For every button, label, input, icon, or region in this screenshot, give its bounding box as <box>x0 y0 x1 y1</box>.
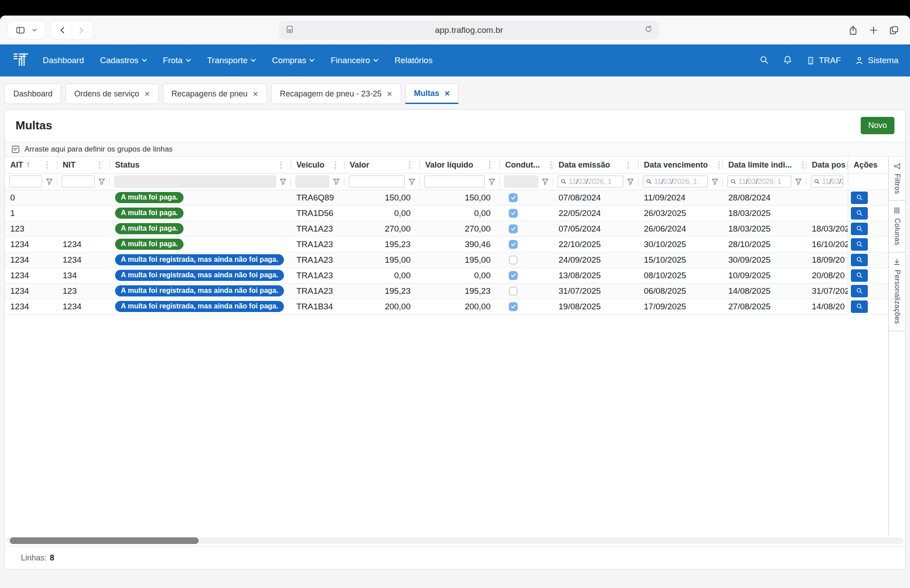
close-icon[interactable]: × <box>387 89 392 98</box>
reader-icon[interactable] <box>285 25 294 36</box>
checkbox-checked[interactable] <box>509 193 518 202</box>
column-header-datapos[interactable]: Data pos <box>806 157 848 173</box>
rail-tab-colunas[interactable]: Colunas <box>889 201 905 252</box>
view-row-button[interactable] <box>851 300 868 313</box>
column-header-datalimiteindi[interactable]: Data limite indi...⋮ <box>723 157 806 173</box>
nav-item-financeiro[interactable]: Financeiro <box>331 56 379 65</box>
column-menu-icon[interactable]: ⋮ <box>331 161 340 169</box>
tabs-overview-icon[interactable] <box>886 25 902 35</box>
rail-tab-personalizaes[interactable]: Personalizações <box>889 252 905 331</box>
column-header-nit[interactable]: NIT⋮ <box>57 157 110 173</box>
sidebar-toggle-icon[interactable] <box>12 25 28 35</box>
column-header-datavencimento[interactable]: Data vencimento⋮ <box>639 157 723 173</box>
column-menu-icon[interactable]: ⋮ <box>95 161 104 169</box>
column-header-dataemisso[interactable]: Data emissão⋮ <box>553 157 639 173</box>
column-menu-icon[interactable]: ⋮ <box>798 161 806 169</box>
table-row[interactable]: 1234134A multa foi registrada, mas ainda… <box>5 268 888 284</box>
close-icon[interactable]: × <box>253 89 258 98</box>
nav-item-relatrios[interactable]: Relatórios <box>395 56 433 65</box>
column-menu-icon[interactable]: ⋮ <box>485 161 495 169</box>
column-menu-icon[interactable]: ⋮ <box>714 161 723 169</box>
table-row[interactable]: 1A multa foi paga.TRA1D560,000,0022/05/2… <box>5 206 888 221</box>
column-menu-icon[interactable]: ⋮ <box>405 161 415 169</box>
workspace-tab[interactable]: Dashboard <box>4 84 61 104</box>
column-header-valor[interactable]: Valor⋮ <box>344 157 420 173</box>
filter-date-datavencimento[interactable]: 11/03/2026, 1 <box>643 176 708 188</box>
nav-item-compras[interactable]: Compras <box>272 56 315 65</box>
filter-date-datapos[interactable]: 11/03/2026, 1 <box>811 176 843 188</box>
column-header-veculo[interactable]: Veículo⋮ <box>291 157 344 173</box>
filter-funnel-icon[interactable] <box>711 178 718 185</box>
column-menu-icon[interactable]: ⋮ <box>623 161 633 169</box>
close-icon[interactable]: × <box>144 89 150 98</box>
filter-date-dataemisso[interactable]: 11/03/2026, 1 <box>558 176 623 188</box>
column-header-valorlquido[interactable]: Valor líquido⋮ <box>420 157 500 173</box>
view-row-button[interactable] <box>851 223 868 235</box>
table-row[interactable]: 12341234A multa foi registrada, mas aind… <box>5 299 888 315</box>
view-row-button[interactable] <box>851 207 868 220</box>
checkbox-unchecked[interactable] <box>509 287 518 296</box>
column-menu-icon[interactable]: ⋮ <box>546 161 553 169</box>
checkbox-checked[interactable] <box>509 302 518 311</box>
table-row[interactable]: 12341234A multa foi paga.TRA1A23195,2339… <box>5 237 888 252</box>
user-menu[interactable]: Sistema <box>855 56 898 65</box>
filter-input-nit[interactable] <box>62 176 95 188</box>
scrollbar-thumb[interactable] <box>10 537 199 544</box>
checkbox-checked[interactable] <box>509 209 518 218</box>
filter-input-valorlquido[interactable] <box>424 176 485 188</box>
column-header-condut[interactable]: Condut...⋮ <box>500 157 553 173</box>
checkbox-unchecked[interactable] <box>509 256 518 264</box>
group-by-bar[interactable]: Arraste aqui para definir os grupos de l… <box>5 142 905 157</box>
table-row[interactable]: 123A multa foi paga.TRA1A23270,00270,000… <box>5 221 888 237</box>
bell-icon[interactable] <box>783 55 792 66</box>
nav-item-transporte[interactable]: Transporte <box>207 56 256 65</box>
workspace-tab[interactable]: Multas× <box>405 84 459 104</box>
workspace-tab[interactable]: Recapagens de pneu× <box>163 84 267 104</box>
novo-button[interactable]: Novo <box>861 117 894 134</box>
reload-icon[interactable] <box>644 25 653 35</box>
nav-item-frota[interactable]: Frota <box>163 56 191 65</box>
new-tab-icon[interactable] <box>866 25 882 35</box>
table-row[interactable]: 0A multa foi paga.TRA6Q89150,00150,0007/… <box>5 190 888 206</box>
workspace-tab[interactable]: Ordens de serviço× <box>65 84 159 104</box>
table-row[interactable]: 1234123A multa foi registrada, mas ainda… <box>5 284 888 299</box>
traflog-logo[interactable] <box>12 50 30 71</box>
nav-item-dashboard[interactable]: Dashboard <box>43 56 84 65</box>
column-header-ait[interactable]: AIT↑⋮ <box>5 157 57 173</box>
view-row-button[interactable] <box>851 285 868 297</box>
checkbox-checked[interactable] <box>509 271 518 280</box>
view-row-button[interactable] <box>851 192 868 204</box>
column-header-status[interactable]: Status⋮ <box>110 157 291 173</box>
back-icon[interactable] <box>56 26 70 34</box>
url-bar[interactable]: app.traflog.com.br <box>279 21 659 40</box>
filter-funnel-icon[interactable] <box>542 178 549 185</box>
filter-date-datalimiteindi[interactable]: 11/03/2026, 1 <box>727 176 791 188</box>
checkbox-checked[interactable] <box>509 240 518 249</box>
nav-item-cadastros[interactable]: Cadastros <box>100 56 147 65</box>
filter-funnel-icon[interactable] <box>627 178 634 185</box>
column-menu-icon[interactable]: ⋮ <box>884 161 888 169</box>
workspace-tab[interactable]: Recapagem de pneu - 23-25× <box>271 84 401 104</box>
view-row-button[interactable] <box>851 238 868 251</box>
column-menu-icon[interactable]: ⋮ <box>42 161 52 169</box>
forward-icon[interactable] <box>74 26 88 34</box>
sidebar-chevron-down-icon[interactable] <box>28 27 40 33</box>
filter-funnel-icon[interactable] <box>488 178 495 185</box>
filter-funnel-icon[interactable] <box>98 178 105 185</box>
filter-input-ait[interactable] <box>9 176 42 188</box>
filter-funnel-icon[interactable] <box>333 178 340 185</box>
view-row-button[interactable] <box>851 254 868 266</box>
view-row-button[interactable] <box>851 269 868 282</box>
table-row[interactable]: 12341234A multa foi registrada, mas aind… <box>5 252 888 268</box>
filter-funnel-icon[interactable] <box>46 178 53 185</box>
search-icon[interactable] <box>759 55 769 66</box>
close-icon[interactable]: × <box>445 89 450 98</box>
filter-funnel-icon[interactable] <box>795 178 802 185</box>
filter-input-valor[interactable] <box>349 176 405 188</box>
org-switcher[interactable]: TRAF <box>806 56 841 65</box>
column-menu-icon[interactable]: ⋮ <box>276 161 286 169</box>
checkbox-checked[interactable] <box>509 224 518 233</box>
filter-funnel-icon[interactable] <box>279 178 287 185</box>
filter-funnel-icon[interactable] <box>408 178 415 185</box>
share-icon[interactable] <box>845 25 861 35</box>
